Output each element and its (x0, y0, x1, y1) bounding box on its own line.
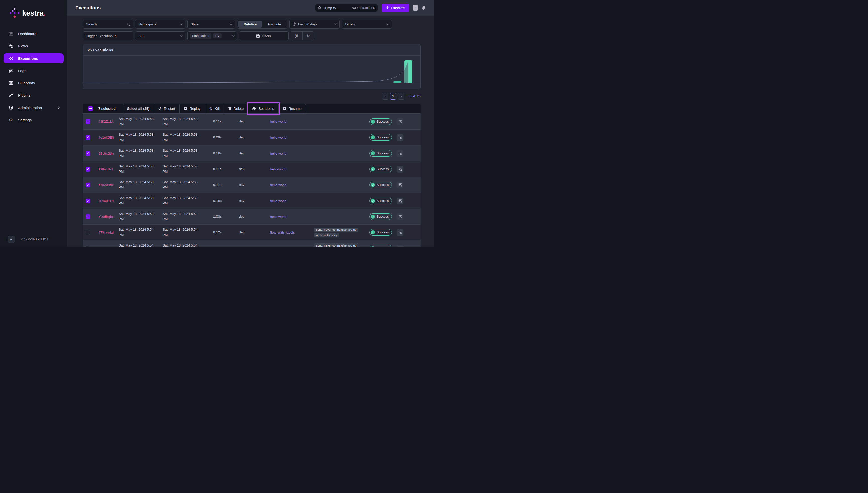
status-label: Success (377, 215, 388, 218)
more-columns-chip[interactable]: + 7 (213, 34, 222, 39)
kestra-logo[interactable]: kestra. (0, 0, 67, 25)
execution-id-link[interactable]: 4SK2ZiLl (93, 120, 118, 123)
trash-icon (228, 107, 231, 110)
flow-link[interactable]: hello-world (270, 136, 314, 140)
trigger-execution-id-input[interactable] (86, 34, 130, 38)
executions-summary-card: 25 Executions (83, 44, 421, 89)
execution-id-link[interactable]: 65lQxQSm (93, 151, 118, 155)
state-cell: ✓ Success (370, 119, 395, 125)
flow-link[interactable]: hello-world (270, 120, 314, 123)
start-date-chip[interactable]: Start date× (190, 34, 212, 39)
replay-button[interactable]: ▶Replay (179, 104, 205, 113)
execute-button[interactable]: Execute (381, 3, 409, 12)
end-date-cell: Sat, May 18, 2024 5:58 PM (162, 180, 206, 190)
execution-overview-button[interactable] (397, 245, 403, 247)
date-range-select[interactable]: Last 30 days (289, 20, 339, 29)
flow-link[interactable]: flow_with_labels (270, 246, 314, 247)
execution-id-link[interactable]: 19BolRcL (93, 167, 118, 171)
row-checkbox[interactable]: ✓ (86, 119, 90, 124)
chevron-down-icon (180, 23, 183, 25)
row-checkbox[interactable]: ✓ (86, 135, 90, 140)
filter-row-1: Namespace State Relative Absolute Last 3… (83, 20, 421, 29)
next-page-button[interactable]: › (398, 93, 404, 100)
delete-button[interactable]: Delete (224, 104, 248, 113)
save-filters-button[interactable]: Filters (239, 31, 289, 40)
select-all-button[interactable]: Select all (25) (123, 104, 154, 113)
row-checkbox[interactable]: ✓ (86, 151, 90, 156)
row-checkbox[interactable] (86, 230, 90, 235)
execution-overview-button[interactable] (397, 213, 403, 220)
scope-select[interactable]: ALL (135, 31, 185, 40)
set-labels-button[interactable]: Set labels (248, 104, 278, 113)
sidebar-item-plugins[interactable]: Plugins (3, 90, 64, 100)
execution-id-link[interactable]: f7ucWRmx (93, 183, 118, 187)
row-checkbox[interactable]: ✓ (86, 183, 90, 188)
prev-page-button[interactable]: ‹ (382, 93, 388, 100)
auto-refresh-off-icon[interactable]: ↻ (291, 32, 303, 40)
current-page-button[interactable]: 1 (390, 93, 396, 100)
sidebar-item-settings[interactable]: ⚙ Settings (3, 115, 64, 125)
search-input[interactable] (86, 22, 127, 26)
execution-id-link[interactable]: 4sbviXHv (93, 246, 118, 247)
execution-id-link[interactable]: 4q1ACJEN (93, 136, 118, 140)
duration-cell: 0.11s (206, 183, 239, 188)
version-label: 0.17.0-SNAPSHOT (21, 238, 48, 241)
execution-overview-button[interactable] (397, 166, 403, 173)
execution-overview-button[interactable] (397, 182, 403, 189)
execution-overview-button[interactable] (397, 229, 403, 236)
jump-to-input[interactable] (324, 6, 350, 10)
status-badge: ✓ Success (370, 166, 392, 172)
collapse-sidebar-button[interactable]: « (7, 236, 15, 243)
flow-link[interactable]: hello-world (270, 199, 314, 203)
select-all-checkbox[interactable] (88, 106, 93, 111)
namespace-select[interactable]: Namespace (135, 20, 185, 29)
sidebar-item-flows[interactable]: Flows (3, 41, 64, 51)
trigger-execution-id-filter[interactable] (83, 31, 133, 40)
restart-button[interactable]: ↺Restart (154, 104, 179, 113)
absolute-toggle[interactable]: Absolute (262, 21, 286, 28)
end-date-cell: Sat, May 18, 2024 5:58 PM (162, 195, 206, 206)
row-checkbox[interactable]: ✓ (86, 167, 90, 172)
execution-overview-button[interactable] (397, 134, 403, 141)
notifications-bell-button[interactable] (422, 5, 426, 10)
namespace-cell: dev (239, 119, 270, 124)
flow-link[interactable]: flow_with_labels (270, 231, 314, 234)
execution-id-link[interactable]: 5lOdbqbc (93, 215, 118, 219)
sidebar-item-executions[interactable]: Executions (3, 53, 64, 63)
help-button[interactable]: ? (413, 5, 418, 10)
resume-button[interactable]: ▶Resume (278, 104, 306, 113)
execution-overview-button[interactable] (397, 150, 403, 157)
sidebar-item-logs[interactable]: Logs (3, 66, 64, 76)
end-date-cell: Sat, May 18, 2024 5:58 PM (162, 164, 206, 174)
execution-id-link[interactable]: 47VrvvLd (93, 231, 118, 234)
sidebar-item-dashboard[interactable]: Dashboard (3, 29, 64, 39)
sidebar-item-blueprints[interactable]: Blueprints (3, 78, 64, 88)
success-check-icon: ✓ (371, 231, 375, 234)
settings-gear-icon: ⚙ (8, 117, 14, 123)
row-checkbox[interactable]: ✓ (86, 214, 90, 219)
namespace-cell: dev (239, 198, 270, 203)
labels-select[interactable]: Labels (341, 20, 392, 29)
state-select[interactable]: State (187, 20, 235, 29)
executions-bar-chart[interactable] (83, 56, 420, 89)
execution-overview-button[interactable] (397, 197, 403, 204)
flow-link[interactable]: hello-world (270, 215, 314, 219)
refresh-icon[interactable]: ↻ (303, 32, 314, 40)
kill-button[interactable]: ⊙Kill (205, 104, 224, 113)
execution-overview-button[interactable] (397, 118, 403, 125)
chip-close-icon[interactable]: × (207, 34, 209, 38)
row-checkbox[interactable] (86, 246, 90, 247)
execution-id-link[interactable]: 2HxoUTC9 (93, 199, 118, 203)
flow-link[interactable]: hello-world (270, 183, 314, 187)
search-filter[interactable] (83, 20, 133, 29)
flow-link[interactable]: hello-world (270, 151, 314, 155)
duration-cell: 0.10s (206, 151, 239, 156)
visible-columns-select[interactable]: Start date× + 7 (187, 31, 237, 40)
relative-toggle[interactable]: Relative (238, 21, 262, 28)
start-date-cell: Sat, May 18, 2024 5:58 PM (118, 148, 162, 158)
jump-to-search[interactable]: Ctrl/Cmd + K (315, 4, 378, 12)
row-checkbox[interactable]: ✓ (86, 198, 90, 203)
sidebar-item-label: Plugins (18, 93, 30, 98)
flow-link[interactable]: hello-world (270, 167, 314, 171)
sidebar-item-administration[interactable]: Administration (3, 103, 64, 112)
